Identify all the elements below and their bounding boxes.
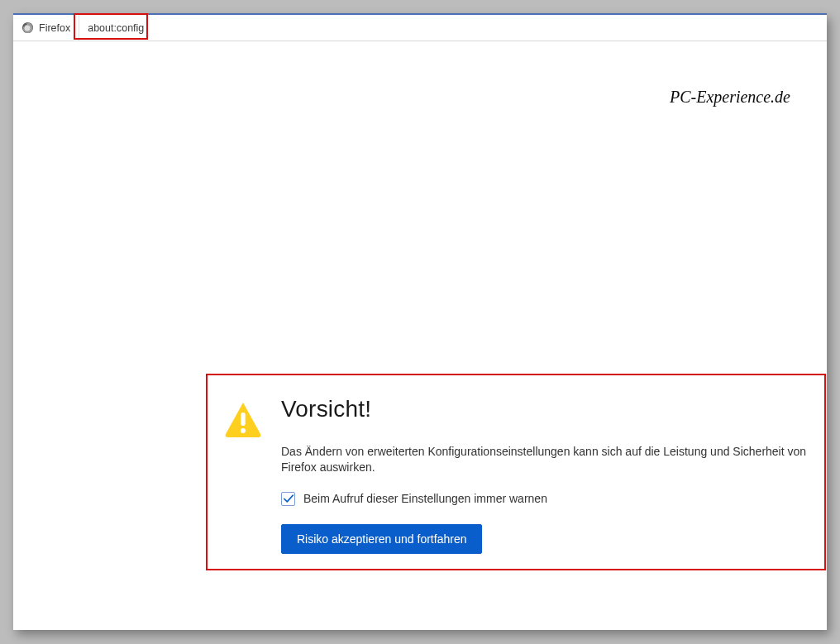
warn-checkbox-row: Beim Aufruf dieser Einstellungen immer w… xyxy=(281,492,835,506)
app-tab[interactable]: Firefox xyxy=(13,15,79,41)
firefox-icon xyxy=(21,21,34,34)
tab-bar: Firefox about:config xyxy=(13,15,827,41)
warn-checkbox-label: Beim Aufruf dieser Einstellungen immer w… xyxy=(303,492,547,505)
watermark-text: PC-Experience.de xyxy=(670,88,790,107)
svg-point-1 xyxy=(25,25,31,31)
warn-checkbox[interactable] xyxy=(281,492,295,506)
warning-panel: Vorsicht! Das Ändern von erweiterten Kon… xyxy=(223,396,835,554)
warning-body: Vorsicht! Das Ändern von erweiterten Kon… xyxy=(281,396,835,554)
svg-point-3 xyxy=(241,428,246,433)
warning-icon xyxy=(223,399,263,439)
warning-text: Das Ändern von erweiterten Konfiguration… xyxy=(281,444,835,475)
address-bar[interactable]: about:config xyxy=(79,15,152,41)
app-tab-label: Firefox xyxy=(39,22,70,34)
svg-rect-2 xyxy=(241,413,245,426)
accept-risk-button[interactable]: Risiko akzeptieren und fortfahren xyxy=(281,524,482,554)
browser-window: Firefox about:config PC-Experience.de Vo… xyxy=(13,13,827,630)
warning-title: Vorsicht! xyxy=(281,396,835,422)
url-text: about:config xyxy=(88,22,144,34)
